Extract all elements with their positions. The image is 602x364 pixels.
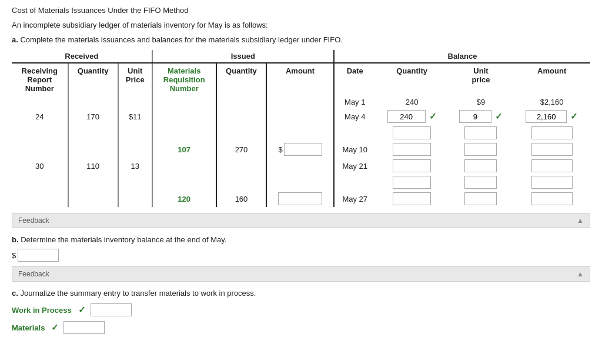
table-row: 107 270 $ May 10 bbox=[12, 141, 590, 158]
input-extra-bal-qty-1[interactable] bbox=[393, 126, 431, 139]
mr-120: 120 bbox=[152, 191, 216, 207]
feedback-bar-b[interactable]: Feedback bbox=[12, 266, 590, 282]
recv-unit-price-13: 13 bbox=[118, 158, 152, 174]
page-title: Cost of Materials Issuances Under the FI… bbox=[12, 6, 590, 15]
amount-may1-static: $2,160 bbox=[513, 96, 590, 108]
date-may1: May 1 bbox=[334, 96, 376, 108]
date-may21: May 21 bbox=[334, 158, 376, 174]
col-receiving-report-number: ReceivingReportNumber bbox=[12, 63, 68, 96]
part-b-input-container: $ bbox=[12, 249, 59, 262]
input-bal-uprice-may10[interactable] bbox=[464, 143, 497, 156]
check-bal-uprice-may4: ✓ bbox=[495, 111, 503, 122]
issued-header: Issued bbox=[152, 50, 334, 63]
bal-uprice-may4: ✓ bbox=[449, 108, 514, 125]
input-extra-bal-uprice-1[interactable] bbox=[464, 126, 497, 139]
recv-qty-110: 110 bbox=[68, 158, 118, 174]
input-bal-amount-may27[interactable] bbox=[531, 192, 573, 205]
input-bal-amount-may10[interactable] bbox=[531, 143, 573, 156]
issued-qty-160: 160 bbox=[216, 191, 266, 207]
input-extra-bal-amount-2[interactable] bbox=[531, 176, 573, 189]
input-extra-bal-qty-2[interactable] bbox=[393, 176, 431, 189]
wip-row: Work in Process ✓ bbox=[12, 303, 590, 316]
work-in-process-label[interactable]: Work in Process bbox=[12, 306, 72, 315]
input-extra-bal-uprice-2[interactable] bbox=[464, 176, 497, 189]
bal-amount-may4: ✓ bbox=[513, 108, 590, 125]
col-quantity: Quantity bbox=[68, 63, 118, 96]
col-balance-amount: Amount bbox=[513, 63, 590, 96]
date-may10: May 10 bbox=[334, 141, 376, 158]
materials-label[interactable]: Materials bbox=[12, 323, 45, 332]
balance-header: Balance bbox=[334, 50, 590, 63]
part-a-label: a. Complete the materials issuances and … bbox=[12, 35, 590, 44]
table-row: 120 160 May 27 bbox=[12, 191, 590, 207]
input-bal-amount-may21[interactable] bbox=[531, 159, 573, 172]
date-may4: May 4 bbox=[334, 108, 376, 125]
table-row: May 1 240 $9 $2,160 bbox=[12, 96, 590, 108]
materials-check: ✓ bbox=[51, 322, 59, 333]
recv-unit-price-11: $11 bbox=[118, 108, 152, 125]
input-bal-qty-may10[interactable] bbox=[393, 143, 431, 156]
mr-107: 107 bbox=[152, 141, 216, 158]
part-b: b. Determine the materials inventory bal… bbox=[12, 235, 590, 262]
part-c: c. Journalize the summary entry to trans… bbox=[12, 289, 590, 334]
unit-price-may1-static: $9 bbox=[449, 96, 514, 108]
col-unit-price-bal: Unitprice bbox=[449, 63, 514, 96]
received-header: Received bbox=[12, 50, 152, 63]
input-bal-qty-may4[interactable] bbox=[387, 110, 426, 123]
input-extra-bal-amount-1[interactable] bbox=[531, 126, 573, 139]
input-issued-amount-120[interactable] bbox=[278, 192, 322, 205]
materials-amount-input[interactable] bbox=[63, 321, 105, 334]
qty-may1-static: 240 bbox=[376, 96, 449, 108]
feedback-label-a: Feedback bbox=[18, 216, 49, 225]
issued-qty-270: 270 bbox=[216, 141, 266, 158]
part-b-inventory-input[interactable] bbox=[18, 249, 59, 262]
input-bal-uprice-may21[interactable] bbox=[464, 159, 497, 172]
input-bal-amount-may4[interactable] bbox=[526, 110, 567, 123]
col-unit-price: UnitPrice bbox=[118, 63, 152, 96]
wip-check: ✓ bbox=[78, 305, 86, 315]
input-bal-uprice-may27[interactable] bbox=[464, 192, 497, 205]
intro-text: An incomplete subsidiary ledger of mater… bbox=[12, 21, 590, 29]
table-row: 24 170 $11 May 4 ✓ ✓ bbox=[12, 108, 590, 125]
main-table: Received Issued Balance ReceivingReportN… bbox=[12, 50, 590, 207]
input-bal-uprice-may4[interactable] bbox=[459, 110, 491, 123]
materials-row: Materials ✓ bbox=[12, 321, 590, 334]
rr-30: 30 bbox=[12, 158, 68, 174]
check-bal-amount-may4: ✓ bbox=[570, 111, 578, 122]
feedback-bar-a[interactable]: Feedback bbox=[12, 213, 590, 228]
check-bal-qty-may4: ✓ bbox=[429, 111, 437, 122]
input-issued-amount-107[interactable] bbox=[284, 143, 322, 156]
col-materials-req-number: MaterialsRequisitionNumber bbox=[152, 63, 216, 96]
rr-24: 24 bbox=[12, 108, 68, 125]
input-bal-qty-may21[interactable] bbox=[393, 159, 431, 172]
bal-qty-may4: ✓ bbox=[376, 108, 449, 125]
feedback-label-b: Feedback bbox=[18, 270, 49, 278]
input-bal-qty-may27[interactable] bbox=[393, 192, 431, 205]
col-amount: Amount bbox=[266, 63, 334, 96]
table-row bbox=[12, 125, 590, 141]
table-row: 30 110 13 May 21 bbox=[12, 158, 590, 174]
table-row bbox=[12, 174, 590, 191]
wip-amount-input[interactable] bbox=[91, 303, 132, 316]
col-date: Date bbox=[334, 63, 376, 96]
col-issued-quantity: Quantity bbox=[216, 63, 266, 96]
col-balance-quantity: Quantity bbox=[376, 63, 449, 96]
issued-amount-107: $ bbox=[266, 141, 334, 158]
date-may27: May 27 bbox=[334, 191, 376, 207]
dollar-sign-b: $ bbox=[12, 251, 16, 260]
recv-qty-170: 170 bbox=[68, 108, 118, 125]
